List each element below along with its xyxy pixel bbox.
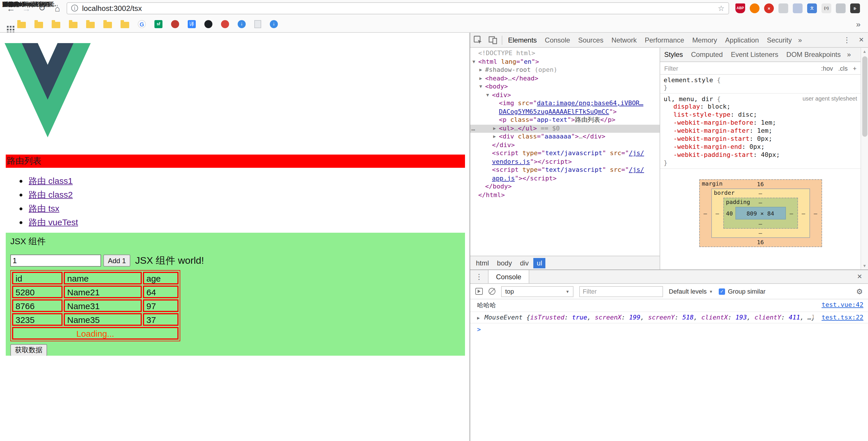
clear-console-icon[interactable] (489, 288, 495, 295)
route-link[interactable]: 路由 class2 (29, 189, 73, 199)
fetch-data-button[interactable]: 获取数据 (10, 344, 47, 356)
tree-line[interactable]: </body> (470, 183, 660, 191)
tab-elements[interactable]: Elements (504, 33, 541, 47)
tree-line[interactable]: <p class="app-text">路由列表</p> (470, 116, 660, 124)
orange-circle-extension-icon[interactable] (750, 3, 760, 13)
tree-line[interactable]: ▼<html lang="en"> (470, 58, 660, 66)
bookmarks-overflow-icon[interactable]: » (853, 20, 863, 29)
tree-line[interactable]: ▶<head>…</head> (470, 75, 660, 83)
bookmark-item[interactable]: 应用 (17, 21, 26, 28)
bookmark-item[interactable]: 资源 (34, 21, 43, 28)
address-bar[interactable]: i localhost:3002/tsx ☆ (67, 2, 729, 14)
tree-line[interactable]: DACog5YM65zugAAAAAElFTkSuQmCC"> (470, 108, 660, 116)
tree-line[interactable]: ▼<div> (470, 91, 660, 99)
devtools-scrollbar[interactable]: ▲ ▼ (861, 48, 868, 269)
css-property[interactable]: -webkit-margin-before: 1em; (663, 119, 857, 127)
tree-line[interactable]: <script type="text/javascript" src="/js/ (470, 166, 660, 174)
route-link[interactable]: 路由 class1 (29, 176, 73, 185)
route-link[interactable]: 路由 tsx (29, 203, 59, 213)
console-close-icon[interactable]: ✕ (851, 273, 868, 281)
translate-extension-icon[interactable]: 文 (807, 3, 817, 13)
tab-sources[interactable]: Sources (574, 33, 608, 47)
bookmark-item[interactable]: 译百度翻译 (188, 20, 196, 28)
styles-toggle-hov[interactable]: :hov (821, 65, 833, 71)
breadcrumb-item-div[interactable]: div (516, 258, 532, 268)
bookmark-item[interactable]: sfSegmentFault (154, 20, 162, 28)
bookmark-item[interactable]: 笔记 (52, 21, 60, 28)
css-property[interactable]: -webkit-padding-start: 40px; (663, 151, 857, 159)
dark-bars-extension-icon[interactable]: ⊪ (850, 3, 860, 13)
tree-line[interactable]: ▶<div class="aaaaaaa">…</div> (470, 133, 660, 141)
tab-performance[interactable]: Performance (641, 33, 688, 47)
bookmark-item[interactable]: 文档 (103, 21, 112, 28)
styles-tab-computed[interactable]: Computed (687, 48, 727, 61)
photos-extension-icon[interactable] (793, 3, 803, 13)
styles-tab-dom-breakpoints[interactable]: DOM Breakpoints (782, 48, 845, 61)
css-property[interactable]: display: block; (663, 103, 857, 111)
bookmark-item[interactable]: GitHub (205, 20, 212, 28)
devtools-tabs-overflow-icon[interactable]: » (796, 36, 804, 44)
css-selector[interactable]: ul, menu, dir (663, 95, 713, 103)
bookmark-item[interactable]: GGoogle (138, 20, 146, 28)
bookmark-item[interactable]: ↓下载Webapps应用… (238, 20, 246, 28)
bookmark-item[interactable]: 工作台 (121, 21, 129, 28)
adblock-plus-icon[interactable]: ABP (735, 3, 745, 13)
tree-line[interactable]: …▶<ul>…</ul> == $0 (470, 124, 660, 133)
devtools-menu-icon[interactable]: ⋮ (839, 36, 855, 44)
apps-grid-icon[interactable] (5, 20, 17, 29)
tree-line[interactable]: ▼<body> (470, 83, 660, 91)
group-similar-checkbox[interactable]: ✓ Group similar (719, 288, 766, 295)
tree-line[interactable]: </html> (470, 191, 660, 199)
disclosure-arrow-icon[interactable]: ▶ (493, 133, 499, 141)
tree-line[interactable]: </div> (470, 141, 660, 149)
console-source-link[interactable]: test.tsx:22 (822, 314, 863, 321)
bookmark-item[interactable]: PlayStation | PlaySt… (254, 20, 261, 28)
bookmark-item[interactable]: Mozilla 开发者网络 (171, 20, 179, 28)
bookmark-item[interactable]: 大眼仔旭 | 爱软件 爱 (221, 20, 229, 28)
styles-tabs-overflow-icon[interactable]: » (845, 51, 853, 59)
disclosure-arrow-icon[interactable]: ▶ (493, 124, 499, 133)
screenshot-extension-icon[interactable] (836, 3, 846, 13)
scrollbar-thumb[interactable] (862, 56, 867, 137)
page-info-icon[interactable]: i (71, 5, 78, 11)
tree-line[interactable]: ▶#shadow-root (open) (470, 66, 660, 75)
tree-line[interactable]: app.js"></script> (470, 174, 660, 183)
console-settings-icon[interactable]: ⚙ (856, 287, 863, 296)
drawer-menu-icon[interactable]: ⋮ (470, 272, 488, 281)
log-levels-dropdown[interactable]: Default levels ▼ (669, 288, 713, 295)
console-drawer-tab[interactable]: Console (488, 270, 529, 283)
css-selector[interactable]: element.style (663, 77, 713, 84)
css-property[interactable]: -webkit-margin-after: 1em; (663, 127, 857, 135)
breadcrumb-item-html[interactable]: html (472, 258, 492, 268)
bookmark-item[interactable]: 已导入 (69, 21, 78, 28)
add-button[interactable]: Add 1 (103, 255, 131, 267)
devtools-close-icon[interactable]: ✕ (855, 36, 868, 44)
styles-filter-input[interactable]: Filter (664, 65, 821, 71)
css-property[interactable]: -webkit-margin-end: 0px; (663, 143, 857, 151)
route-link[interactable]: 路由 vueTest (29, 217, 78, 227)
styles-tab-styles[interactable]: Styles (660, 48, 687, 61)
breadcrumb-item-ul[interactable]: ul (533, 258, 546, 268)
disclosure-arrow-icon[interactable]: ▼ (472, 58, 478, 66)
disclosure-arrow-icon[interactable]: ▶ (479, 66, 485, 75)
counter-input[interactable] (10, 255, 101, 267)
styles-toggle-cls[interactable]: .cls (838, 65, 848, 71)
console-source-link[interactable]: test.vue:42 (822, 301, 863, 308)
tree-line[interactable]: <script type="text/javascript" src="/js/ (470, 149, 660, 158)
console-prompt[interactable]: > (470, 323, 868, 335)
inspect-element-icon[interactable] (470, 36, 485, 44)
bookmark-item[interactable]: ↓下载Android应用程… (270, 20, 278, 28)
styles-tab-event-listeners[interactable]: Event Listeners (727, 48, 782, 61)
disclosure-arrow-icon[interactable]: ▼ (479, 83, 485, 91)
expand-arrow-icon[interactable]: ▶ (477, 316, 485, 321)
styles-toggle-[interactable]: + (853, 65, 857, 71)
disclosure-arrow-icon[interactable]: ▶ (479, 75, 485, 83)
tab-application[interactable]: Application (721, 33, 763, 47)
url-text[interactable]: localhost:3002/tsx (82, 4, 714, 12)
breadcrumb-item-body[interactable]: body (493, 258, 515, 268)
tree-line[interactable]: <!DOCTYPE html> (470, 50, 660, 58)
device-toolbar-icon[interactable] (485, 36, 500, 44)
tab-security[interactable]: Security (763, 33, 796, 47)
context-selector-dropdown[interactable]: top ▼ (501, 286, 574, 297)
css-property[interactable]: -webkit-margin-start: 0px; (663, 135, 857, 143)
